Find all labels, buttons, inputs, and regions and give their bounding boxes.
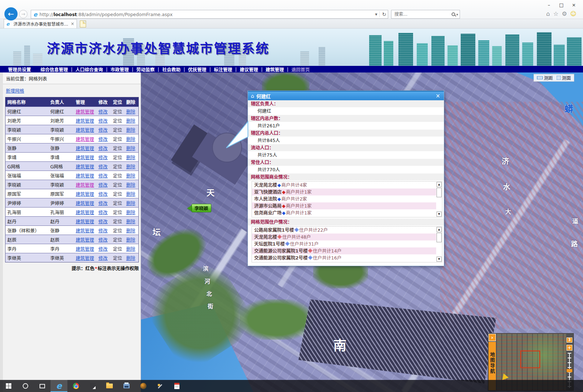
locate-action[interactable]: 定位 — [113, 182, 122, 188]
locate-action[interactable]: 定位 — [113, 255, 122, 261]
browser-back-button[interactable]: ← — [4, 7, 18, 20]
taskbar-chrome-button[interactable] — [67, 380, 84, 392]
edit-link[interactable]: 修改 — [99, 210, 108, 215]
list-item[interactable]: 交通能源公司家属院1号楼※住户共计14户 — [252, 247, 436, 254]
list-scrollbar[interactable]: ▲▼ — [437, 227, 442, 262]
minimap-viewport-rect[interactable] — [520, 351, 540, 368]
locate-action[interactable]: 定位 — [113, 109, 122, 115]
locate-action[interactable]: 定位 — [113, 155, 122, 160]
minimap-expand-button[interactable]: › — [489, 334, 496, 341]
building-manage-link[interactable]: 建筑管理 — [76, 155, 94, 160]
edit-link[interactable]: 修改 — [99, 118, 108, 124]
delete-link[interactable]: 删除 — [126, 191, 135, 197]
popup-close-icon[interactable]: × — [435, 93, 441, 99]
add-grid-link[interactable]: 新增网格 — [6, 88, 24, 94]
building-manage-link[interactable]: 建筑管理 — [76, 118, 94, 124]
building-manage-link[interactable]: 建筑管理 — [76, 146, 94, 151]
popup-titlebar[interactable]: ⌂ 何建红 × — [248, 91, 444, 100]
building-manage-link[interactable]: 建筑管理 — [76, 237, 94, 243]
nav-item-3[interactable]: 人口综合查询 — [73, 66, 106, 73]
delete-link[interactable]: 删除 — [126, 137, 135, 142]
zoom-in-button[interactable]: + — [567, 345, 572, 351]
locate-action[interactable]: 定位 — [113, 118, 122, 124]
locate-action[interactable]: 定位 — [113, 127, 122, 133]
delete-link[interactable]: 删除 — [126, 173, 135, 179]
taskbar-cortana-search-button[interactable] — [17, 380, 34, 392]
url-dropdown-icon[interactable]: ▾ — [375, 12, 377, 17]
edit-link[interactable]: 修改 — [99, 173, 108, 179]
measure-area-button[interactable]: 测面 — [557, 74, 571, 81]
edit-link[interactable]: 修改 — [99, 219, 108, 224]
scroll-down-icon[interactable]: ▼ — [437, 212, 442, 217]
edit-link[interactable]: 修改 — [99, 246, 108, 252]
nav-item-home[interactable]: 退回首页 — [289, 66, 313, 73]
building-manage-link[interactable]: 建筑管理 — [76, 201, 94, 206]
nav-item-5[interactable]: 劳动监察 — [133, 66, 157, 73]
map-marker[interactable]: 李晓颖 — [184, 204, 211, 212]
measure-distance-button[interactable]: 测距 — [537, 74, 553, 81]
delete-link[interactable]: 删除 — [126, 164, 135, 169]
delete-link[interactable]: 删除 — [126, 228, 135, 234]
building-manage-link[interactable]: 建筑管理 — [76, 210, 94, 215]
nav-item-6[interactable]: 社会救助 — [159, 66, 183, 73]
edit-link[interactable]: 修改 — [99, 155, 108, 160]
building-manage-link[interactable]: 建筑管理 — [76, 182, 94, 188]
locate-action[interactable]: 定位 — [113, 201, 122, 206]
building-manage-link[interactable]: 建筑管理 — [76, 109, 94, 115]
nav-item-8[interactable]: 标注管理 — [211, 66, 235, 73]
maximize-button[interactable]: □ — [555, 1, 568, 9]
nav-item-7[interactable]: 优抚管理 — [185, 66, 209, 73]
taskbar-task-view-button[interactable] — [34, 380, 51, 392]
scroll-thumb[interactable] — [437, 188, 442, 197]
scroll-thumb[interactable] — [437, 233, 442, 242]
edit-link[interactable]: 修改 — [99, 146, 108, 151]
taskbar-document-app-button[interactable] — [168, 380, 185, 392]
nav-item-4[interactable]: 市政管理 — [108, 66, 132, 73]
delete-link[interactable]: 删除 — [126, 219, 135, 224]
scroll-up-icon[interactable]: ▲ — [437, 227, 442, 232]
feedback-smiley-icon[interactable]: ☺ — [570, 11, 576, 17]
list-item[interactable]: 亚飞快捷酒店◆商户共计1家 — [252, 188, 436, 195]
edit-link[interactable]: 修改 — [99, 164, 108, 169]
list-item[interactable]: 公路局家属院1号楼※住户共计22户 — [252, 227, 436, 234]
delete-link[interactable]: 删除 — [126, 182, 135, 188]
building-manage-link[interactable]: 建筑管理 — [76, 137, 94, 142]
delete-link[interactable]: 删除 — [126, 210, 135, 215]
taskbar-ie-button[interactable]: e — [51, 380, 67, 392]
locate-action[interactable]: 定位 — [113, 228, 122, 234]
locate-action[interactable]: 定位 — [113, 237, 122, 243]
building-manage-link[interactable]: 建筑管理 — [76, 246, 94, 252]
scroll-down-icon[interactable]: ▼ — [437, 257, 442, 262]
browser-forward-button[interactable]: → — [19, 10, 27, 18]
building-manage-link[interactable]: 建筑管理 — [76, 173, 94, 179]
building-manage-link[interactable]: 建筑管理 — [76, 191, 94, 197]
building-manage-link[interactable]: 建筑管理 — [76, 255, 94, 261]
delete-link[interactable]: 删除 — [126, 201, 135, 206]
taskbar-printer-app-button[interactable] — [118, 380, 135, 392]
nav-item-1[interactable]: 管理员设置 — [5, 66, 38, 73]
building-manage-link[interactable]: 建筑管理 — [76, 164, 94, 169]
locate-action[interactable]: 定位 — [113, 173, 122, 179]
url-text[interactable]: http://localhost:88/admin/popedom/Popedo… — [40, 12, 375, 17]
locate-action[interactable]: 定位 — [113, 246, 122, 252]
home-icon[interactable]: ⌂ — [546, 11, 550, 17]
list-item[interactable]: 天龙苑北楼◆商户共计4家 — [252, 182, 436, 188]
taskbar-build-tools-button[interactable] — [152, 380, 168, 392]
delete-link[interactable]: 删除 — [126, 237, 135, 243]
map-viewport[interactable]: 天坛滨河北街南济水大道路蟒 测距 测面 李晓颖 ⌂ 何建红 × — [141, 72, 583, 392]
list-item[interactable]: 信尧商业广场◆商户共计1家 — [252, 209, 436, 216]
list-item[interactable]: 天坛医院1号楼※住户共计31户 — [252, 240, 436, 247]
delete-link[interactable]: 删除 — [126, 109, 135, 115]
edit-link[interactable]: 修改 — [99, 182, 108, 188]
edit-link[interactable]: 修改 — [99, 255, 108, 261]
list-item[interactable]: 济源市公路局◆商户共计1家 — [252, 202, 436, 209]
tab-close-icon[interactable]: × — [71, 21, 74, 26]
locate-action[interactable]: 定位 — [113, 146, 122, 151]
refresh-icon[interactable]: ↻ — [382, 11, 386, 17]
edit-link[interactable]: 修改 — [99, 237, 108, 243]
minimize-button[interactable]: – — [543, 1, 555, 9]
list-item[interactable]: 天龙苑北楼※住户共计48户 — [252, 234, 436, 240]
address-bar[interactable]: e http://localhost:88/admin/popedom/Pope… — [31, 10, 388, 19]
list-scrollbar[interactable]: ▲▼ — [437, 182, 442, 217]
scroll-up-icon[interactable]: ▲ — [437, 182, 442, 187]
